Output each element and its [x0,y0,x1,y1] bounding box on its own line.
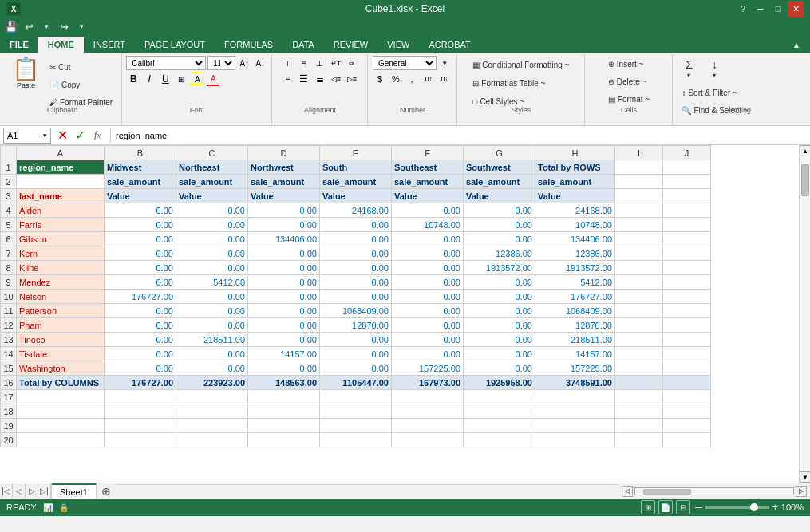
col-C[interactable]: C [176,146,248,160]
increase-indent-button[interactable]: ▷≡ [345,72,359,86]
table-cell[interactable]: 10748.00 [392,218,464,232]
table-cell[interactable] [663,290,711,304]
col-B[interactable]: B [105,146,176,160]
tab-review[interactable]: REVIEW [324,37,377,53]
add-sheet-button[interactable]: ⊕ [97,483,116,499]
table-cell[interactable]: Value [176,189,248,203]
table-cell[interactable]: Total by COLUMNS [17,376,105,390]
row-number[interactable]: 16 [1,376,17,390]
font-color-button[interactable]: A [206,72,220,86]
table-cell[interactable]: 134406.00 [248,232,320,246]
table-cell[interactable] [663,419,711,433]
table-cell[interactable]: 176727.00 [105,376,176,390]
copy-button[interactable]: 📄 Copy [45,77,117,93]
table-cell[interactable]: 0.00 [248,304,320,318]
table-cell[interactable]: 0.00 [464,304,535,318]
table-cell[interactable]: Gibson [17,232,105,246]
sheet-scroll-area[interactable]: A B C D E F G H I J 1region_nameMidwestN… [0,145,799,483]
table-cell[interactable] [176,390,248,404]
table-cell[interactable]: 0.00 [105,361,176,376]
table-cell[interactable]: 5412.00 [535,275,615,290]
scroll-down-button[interactable]: ▼ [800,471,810,483]
align-bottom-button[interactable]: ⊥ [313,56,327,70]
table-cell[interactable]: 12386.00 [535,246,615,261]
table-cell[interactable]: Kern [17,246,105,261]
table-cell[interactable]: 0.00 [392,290,464,304]
table-cell[interactable]: sale_amount [105,175,176,189]
table-cell[interactable] [663,275,711,290]
table-cell[interactable] [105,390,176,404]
merge-center-button[interactable]: ⇔ [345,56,359,70]
h-scroll-thumb[interactable] [643,489,691,495]
table-cell[interactable]: Southeast [392,160,464,175]
table-cell[interactable]: Pham [17,318,105,333]
border-button[interactable]: ⊞ [174,72,188,86]
last-sheet-button[interactable]: ▷| [38,483,51,499]
col-J[interactable]: J [663,146,711,160]
table-cell[interactable]: 14157.00 [248,347,320,361]
delete-button[interactable]: ⊖ Delete ~ [604,73,654,89]
table-cell[interactable]: 0.00 [248,218,320,232]
table-cell[interactable]: 0.00 [176,203,248,218]
fill-button[interactable]: ↓ ▾ [703,56,725,81]
tab-file[interactable]: FILE [0,37,38,53]
row-number[interactable]: 10 [1,290,17,304]
table-cell[interactable] [663,390,711,404]
table-cell[interactable] [320,433,392,447]
table-cell[interactable]: Value [464,189,535,203]
table-cell[interactable]: 0.00 [320,333,392,347]
table-cell[interactable]: Farris [17,218,105,232]
tab-page-layout[interactable]: PAGE LAYOUT [135,37,215,53]
decrease-font-button[interactable]: A↓ [253,56,267,70]
table-cell[interactable] [663,333,711,347]
table-cell[interactable]: 0.00 [105,218,176,232]
insert-function-button[interactable]: fx [89,128,105,144]
table-cell[interactable]: 134406.00 [535,232,615,246]
table-cell[interactable] [663,304,711,318]
table-cell[interactable]: sale_amount [176,175,248,189]
table-cell[interactable] [392,390,464,404]
row-number[interactable]: 3 [1,189,17,203]
table-cell[interactable]: sale_amount [320,175,392,189]
align-center-button[interactable]: ☰ [297,72,311,86]
table-cell[interactable]: 0.00 [464,347,535,361]
table-cell[interactable]: 0.00 [464,318,535,333]
table-cell[interactable]: 10748.00 [535,218,615,232]
help-button[interactable]: ? [735,1,751,17]
row-number[interactable]: 15 [1,361,17,376]
table-cell[interactable]: 0.00 [176,304,248,318]
page-break-view-button[interactable]: ⊟ [676,500,690,514]
table-cell[interactable] [615,318,663,333]
table-cell[interactable]: Northeast [176,160,248,175]
scroll-up-button[interactable]: ▲ [800,145,810,156]
table-cell[interactable]: 0.00 [320,347,392,361]
col-G[interactable]: G [464,146,535,160]
number-dropdown[interactable]: ▾ [438,56,452,70]
table-cell[interactable] [663,175,711,189]
row-number[interactable]: 7 [1,246,17,261]
table-cell[interactable] [615,218,663,232]
format-as-table-button[interactable]: ⊞ Format as Table ~ [467,74,575,92]
table-cell[interactable] [615,189,663,203]
table-cell[interactable]: 0.00 [320,232,392,246]
table-cell[interactable]: 0.00 [392,275,464,290]
table-cell[interactable]: 0.00 [105,275,176,290]
table-cell[interactable]: 218511.00 [176,333,248,347]
row-number[interactable]: 20 [1,433,17,447]
table-cell[interactable] [105,404,176,419]
table-cell[interactable]: Value [105,189,176,203]
table-cell[interactable]: Tinoco [17,333,105,347]
row-number[interactable]: 6 [1,232,17,246]
table-cell[interactable] [464,419,535,433]
table-cell[interactable]: 0.00 [464,203,535,218]
table-cell[interactable]: 0.00 [320,275,392,290]
table-cell[interactable]: 1913572.00 [535,261,615,275]
tab-data[interactable]: DATA [283,37,324,53]
first-sheet-button[interactable]: |◁ [0,483,13,499]
table-cell[interactable]: 0.00 [176,232,248,246]
align-middle-button[interactable]: ≡ [297,56,311,70]
table-cell[interactable]: sale_amount [248,175,320,189]
table-cell[interactable] [248,390,320,404]
table-cell[interactable] [615,419,663,433]
zoom-out-button[interactable]: ─ [695,502,702,513]
